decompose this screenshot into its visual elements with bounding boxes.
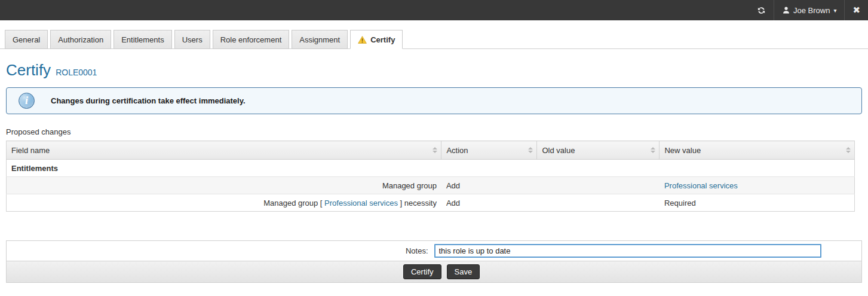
close-button[interactable]: ✖ xyxy=(845,0,868,20)
form-buttons-row: Certify Save xyxy=(7,261,861,282)
tab-certify[interactable]: Certify xyxy=(350,30,403,49)
refresh-button[interactable] xyxy=(749,0,774,20)
sort-icon[interactable] xyxy=(846,147,851,153)
field-name-link[interactable]: Professional services xyxy=(324,199,398,207)
column-header-new-value: New value xyxy=(660,141,855,160)
column-header-action: Action xyxy=(441,141,537,160)
new-value-link[interactable]: Professional services xyxy=(664,181,738,190)
page-title: CertifyROLE0001 xyxy=(0,49,868,80)
refresh-icon xyxy=(757,6,766,15)
close-icon: ✖ xyxy=(852,5,860,16)
sort-icon[interactable] xyxy=(651,147,655,153)
old-value-cell xyxy=(537,194,660,212)
notes-row: Notes: xyxy=(7,241,861,261)
info-alert: i Changes during certification take effe… xyxy=(6,87,862,114)
alert-message: Changes during certification take effect… xyxy=(51,96,246,105)
certify-button[interactable]: Certify xyxy=(403,264,441,279)
certification-form: Notes: Certify Save xyxy=(6,240,862,283)
tab-authorization[interactable]: Authorization xyxy=(50,30,111,49)
topbar: Joe Brown ▾ ✖ xyxy=(0,0,868,20)
sort-icon[interactable] xyxy=(433,147,437,153)
chevron-down-icon: ▾ xyxy=(833,7,836,14)
column-header-old-value: Old value xyxy=(537,141,660,160)
warning-icon xyxy=(358,36,367,44)
tab-entitlements[interactable]: Entitlements xyxy=(114,30,172,49)
field-name-cell: Managed group [ Professional services ] … xyxy=(7,194,441,212)
tab-assignment[interactable]: Assignment xyxy=(292,30,348,49)
sort-icon[interactable] xyxy=(528,147,533,153)
user-menu[interactable]: Joe Brown ▾ xyxy=(774,0,844,20)
table-row: Managed group [ Professional services ] … xyxy=(7,194,855,212)
user-name: Joe Brown xyxy=(793,6,830,15)
notes-label: Notes: xyxy=(7,246,434,255)
table-row: Managed group Add Professional services xyxy=(7,177,855,194)
tab-users[interactable]: Users xyxy=(174,30,210,49)
tab-general[interactable]: General xyxy=(5,30,48,49)
new-value-cell: Professional services xyxy=(660,177,855,194)
new-value-cell: Required xyxy=(660,194,855,212)
old-value-cell xyxy=(537,177,660,194)
page-title-text: Certify xyxy=(6,61,51,79)
save-button[interactable]: Save xyxy=(447,264,480,279)
table-group-row: Entitlements xyxy=(7,160,855,177)
user-icon xyxy=(782,6,790,14)
tab-role-enforcement[interactable]: Role enforcement xyxy=(213,30,290,49)
column-header-field-name: Field name xyxy=(7,141,441,160)
info-icon: i xyxy=(19,93,35,109)
proposed-changes-label: Proposed changes xyxy=(6,127,862,136)
table-header-row: Field name Action Old value New value xyxy=(7,141,855,160)
tab-bar: General Authorization Entitlements Users… xyxy=(0,30,868,49)
proposed-changes-table: Field name Action Old value New value En… xyxy=(6,141,855,212)
field-name-cell: Managed group xyxy=(7,177,441,194)
group-label: Entitlements xyxy=(7,160,855,177)
notes-input[interactable] xyxy=(434,244,821,258)
action-cell: Add xyxy=(441,177,537,194)
page-subtitle: ROLE0001 xyxy=(56,68,97,77)
action-cell: Add xyxy=(441,194,537,212)
